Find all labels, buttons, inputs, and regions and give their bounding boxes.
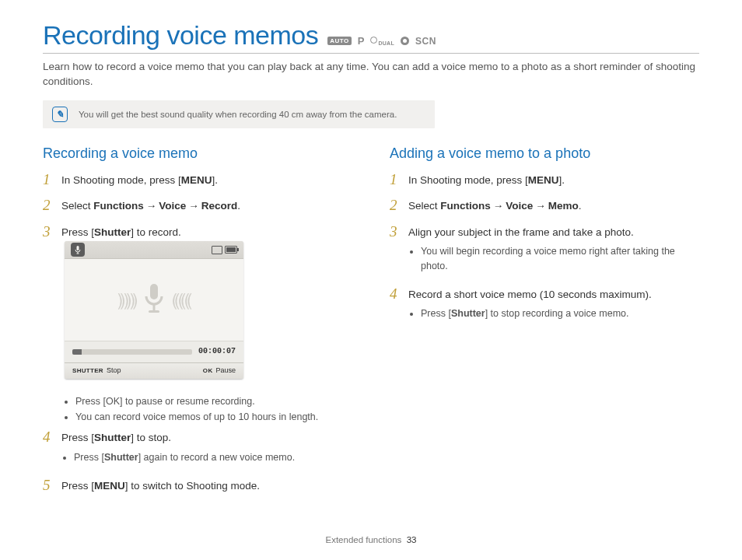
progress-bar <box>72 349 192 355</box>
mode-gear-icon <box>401 37 409 45</box>
t: ] to record. <box>131 226 181 238</box>
tip-box: ✎ You will get the best sound quality wh… <box>43 100 435 128</box>
left-bullets: Press [OK] to pause or resume recording.… <box>63 396 352 422</box>
elapsed-time: 00:00:07 <box>198 346 236 358</box>
list-item: Press [OK] to pause or resume recording. <box>75 396 352 407</box>
step-body: Press [MENU] to switch to Shooting mode. <box>61 478 352 494</box>
screen-body: ⸩⸩⸩ ⸨⸨⸨ <box>65 259 243 341</box>
menu-label: MENU <box>528 174 559 186</box>
t: Record <box>201 200 238 212</box>
card-icon <box>212 246 222 254</box>
step-number: 1 <box>390 172 401 187</box>
manual-page: Recording voice memos AUTO P DUAL SCN Le… <box>0 0 742 560</box>
ok-pause-label: OKPause <box>203 366 236 376</box>
mode-p-icon: P <box>358 35 365 47</box>
step-body: In Shooting mode, press [MENU]. <box>61 173 352 188</box>
mode-scn-icon: SCN <box>415 36 436 47</box>
left-step-2: 2 Select Functions→Voice→Record. <box>43 198 352 214</box>
wave-right-icon: ⸨⸨⸨ <box>172 288 191 313</box>
step-body: Align your subject in the frame and take… <box>408 225 699 276</box>
step-number: 3 <box>43 224 54 384</box>
t: Voice <box>506 200 533 212</box>
svg-rect-1 <box>150 284 158 299</box>
step-body: In Shooting mode, press [MENU]. <box>408 173 699 188</box>
right-section-title: Adding a voice memo to a photo <box>390 145 699 162</box>
t: Press [ <box>61 432 94 443</box>
wave-left-icon: ⸩⸩⸩ <box>117 288 136 313</box>
t: ] to stop recording a voice memo. <box>485 308 629 319</box>
mode-icons: AUTO P DUAL SCN <box>327 35 436 47</box>
mic-icon <box>71 243 85 257</box>
t: Stop <box>107 366 121 376</box>
mode-dual-icon: DUAL <box>370 36 394 46</box>
arrow-icon: → <box>188 200 199 212</box>
footer-section: Extended functions <box>325 535 401 544</box>
right-step-2: 2 Select Functions→Voice→Memo. <box>390 198 699 214</box>
right-step-3: 3 Align your subject in the frame and ta… <box>390 225 699 276</box>
t: Select <box>408 200 440 212</box>
t: Record a short voice memo (10 seconds ma… <box>408 289 652 300</box>
list-item: You will begin recording a voice memo ri… <box>421 244 699 272</box>
t: Pause <box>215 366 236 376</box>
left-column: Recording a voice memo 1 In Shooting mod… <box>43 145 352 504</box>
battery-icon <box>225 246 237 254</box>
shutter-stop-label: SHUTTERStop <box>72 366 121 376</box>
page-footer: Extended functions 33 <box>0 535 742 544</box>
t: Select <box>61 200 93 212</box>
sub-bullets: Press [Shutter] again to record a new vo… <box>61 450 352 464</box>
t: In Shooting mode, press [ <box>408 174 528 186</box>
step-body: Select Functions→Voice→Record. <box>61 198 352 214</box>
step-body: Select Functions→Voice→Memo. <box>408 198 699 214</box>
title-row: Recording voice memos AUTO P DUAL SCN <box>43 22 699 48</box>
shutter-label: Shutter <box>94 226 131 238</box>
right-column: Adding a voice memo to a photo 1 In Shoo… <box>390 145 699 504</box>
t: OK <box>203 366 213 376</box>
divider <box>43 53 699 54</box>
step-number: 2 <box>390 198 401 213</box>
right-step-1: 1 In Shooting mode, press [MENU]. <box>390 173 699 188</box>
t: Press [ <box>61 480 94 492</box>
t: Memo <box>548 200 579 212</box>
menu-label: MENU <box>94 480 125 492</box>
columns: Recording a voice memo 1 In Shooting mod… <box>43 145 699 504</box>
step-number: 1 <box>43 172 54 187</box>
svg-rect-3 <box>149 310 159 313</box>
list-item: Press [Shutter] to stop recording a voic… <box>421 306 699 320</box>
step-number: 3 <box>390 224 401 275</box>
sub-bullets: Press [Shutter] to stop recording a voic… <box>408 306 699 320</box>
list-item: You can record voice memos of up to 10 h… <box>75 411 352 422</box>
page-title: Recording voice memos <box>43 22 318 48</box>
list-item: Press [Shutter] again to record a new vo… <box>74 450 352 464</box>
arrow-icon: → <box>535 200 546 212</box>
intro-text: Learn how to record a voice memo that yo… <box>43 60 699 89</box>
mode-dual-label: DUAL <box>378 40 394 46</box>
step-body: Record a short voice memo (10 seconds ma… <box>408 287 699 324</box>
right-step-4: 4 Record a short voice memo (10 seconds … <box>390 287 699 324</box>
t: Functions <box>440 200 491 212</box>
t: ]. <box>212 174 219 186</box>
t: ] to switch to Shooting mode. <box>125 480 260 492</box>
step-body: Press [Shutter] to record. <box>61 225 352 385</box>
mode-auto-icon: AUTO <box>327 37 352 45</box>
t: ] to stop. <box>131 432 171 443</box>
svg-rect-2 <box>153 304 156 310</box>
step-number: 4 <box>43 429 54 467</box>
t: Press [ <box>61 226 94 238</box>
left-section-title: Recording a voice memo <box>43 145 352 162</box>
t: ]. <box>559 174 565 186</box>
left-step-1: 1 In Shooting mode, press [MENU]. <box>43 173 352 188</box>
mic-large-icon <box>141 281 167 320</box>
progress-row: 00:00:07 <box>65 341 243 362</box>
t: Align your subject in the frame and take… <box>408 226 634 238</box>
shutter-label: Shutter <box>104 452 138 463</box>
arrow-icon: → <box>146 200 157 212</box>
t: Functions <box>93 200 144 212</box>
t: Press [ <box>421 308 451 319</box>
screen-footer: SHUTTERStop OKPause <box>65 362 243 379</box>
sub-bullets: You will begin recording a voice memo ri… <box>408 244 699 272</box>
shutter-label: Shutter <box>451 308 485 319</box>
tip-icon: ✎ <box>52 107 68 122</box>
footer-page-number: 33 <box>407 535 417 544</box>
left-step-4: 4 Press [Shutter] to stop. Press [Shutte… <box>43 430 352 467</box>
step-body: Press [Shutter] to stop. Press [Shutter]… <box>61 430 352 467</box>
